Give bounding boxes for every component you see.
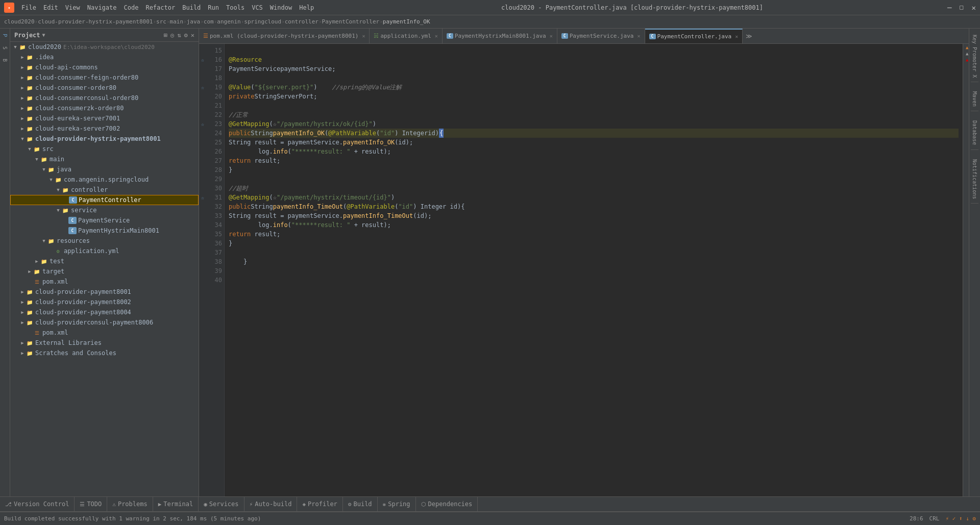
editor-tab[interactable]: CPaymentService.java✕ xyxy=(557,29,645,44)
bottom-tab[interactable]: ☰TODO xyxy=(75,496,107,512)
bottom-tab[interactable]: ◈Profiler xyxy=(297,496,342,512)
tree-item[interactable]: ▼📁java xyxy=(10,164,199,174)
menu-item-navigate[interactable]: Navigate xyxy=(84,3,120,12)
tree-item[interactable]: ▼📁com.angenin.springcloud xyxy=(10,174,199,185)
tree-arrow-icon[interactable]: ▶ xyxy=(19,106,26,111)
tree-item[interactable]: ▼📁service xyxy=(10,205,199,215)
menu-item-run[interactable]: Run xyxy=(205,3,222,12)
tree-arrow-icon[interactable]: ▼ xyxy=(55,208,61,213)
breadcrumb-item[interactable]: cloud2020 xyxy=(4,18,35,25)
tab-close-icon[interactable]: ✕ xyxy=(735,34,738,39)
locate-icon[interactable]: ◎ xyxy=(170,32,174,39)
bottom-tab[interactable]: ❋Spring xyxy=(378,496,416,512)
tree-arrow-icon[interactable]: ▶ xyxy=(19,75,26,80)
tree-item[interactable]: ▶📁cloud-consumerzk-order80 xyxy=(10,103,199,113)
tree-item[interactable]: ▶📁test xyxy=(10,256,199,266)
tree-arrow-icon[interactable]: ▶ xyxy=(19,310,26,315)
tree-item[interactable]: ▶📁cloud-provider-payment8002 xyxy=(10,297,199,307)
tree-item[interactable]: ▶📁cloud-api-commons xyxy=(10,62,199,72)
right-sidebar-item[interactable]: Maven xyxy=(971,87,978,111)
project-icon[interactable]: P xyxy=(1,31,9,40)
tree-item[interactable]: ▶📁.idea xyxy=(10,52,199,62)
tab-close-icon[interactable]: ✕ xyxy=(638,33,641,39)
tree-arrow-icon[interactable]: ▶ xyxy=(19,289,26,294)
bottom-tab[interactable]: ⬡Dependencies xyxy=(416,496,478,512)
breadcrumb-item[interactable]: com xyxy=(204,18,214,25)
right-sidebar-item[interactable]: Notifications xyxy=(971,155,978,204)
tree-arrow-icon[interactable]: ▼ xyxy=(41,167,47,172)
minimize-button[interactable]: ─ xyxy=(947,4,951,12)
bottom-tab[interactable]: ⚠Problems xyxy=(107,496,153,512)
tab-close-icon[interactable]: ✕ xyxy=(550,33,553,39)
breadcrumb-item[interactable]: src xyxy=(156,18,166,25)
tabs-more-button[interactable]: ≫ xyxy=(743,33,755,40)
bottom-tab[interactable]: ⎇Version Control xyxy=(0,496,75,512)
tree-item[interactable]: ▼📁cloud2020E:\idea-workspace\cloud2020 xyxy=(10,42,199,52)
tree-arrow-icon[interactable]: ▶ xyxy=(19,55,26,60)
menu-item-edit[interactable]: Edit xyxy=(40,3,61,12)
close-panel-icon[interactable]: ✕ xyxy=(191,32,194,39)
close-button[interactable]: ✕ xyxy=(972,4,976,12)
tree-item[interactable]: CPaymentController xyxy=(10,195,199,205)
right-sidebar-item[interactable]: Database xyxy=(971,116,978,149)
bottom-tab[interactable]: ⚡Auto-build xyxy=(244,496,298,512)
tree-item[interactable]: ☰pom.xml xyxy=(10,277,199,287)
breadcrumb-item[interactable]: cloud-provider-hystrix-payment8001 xyxy=(38,18,153,25)
tree-arrow-icon[interactable]: ▶ xyxy=(27,269,33,274)
tree-item[interactable]: ▶📁External Libraries xyxy=(10,338,199,348)
settings-icon[interactable]: ⚙ xyxy=(184,32,188,39)
menu-item-view[interactable]: View xyxy=(62,3,83,12)
menu-item-file[interactable]: File xyxy=(18,3,39,12)
tree-arrow-icon[interactable]: ▶ xyxy=(34,259,40,264)
breadcrumb-item[interactable]: angenin xyxy=(217,18,240,25)
tree-item[interactable]: ▶📁cloud-providerconsul-payment8006 xyxy=(10,317,199,328)
tree-item[interactable]: ▼📁cloud-provider-hystrix-payment8001 xyxy=(10,134,199,144)
tree-item[interactable]: ▶📁cloud-consumer-feign-order80 xyxy=(10,72,199,83)
tree-arrow-icon[interactable]: ▶ xyxy=(19,65,26,70)
tree-arrow-icon[interactable]: ▼ xyxy=(19,136,26,141)
menu-item-refactor[interactable]: Refactor xyxy=(142,3,178,12)
tree-item[interactable]: ▶📁cloud-eureka-server7002 xyxy=(10,123,199,134)
menu-item-tools[interactable]: Tools xyxy=(223,3,248,12)
breadcrumb-item[interactable]: springcloud xyxy=(244,18,281,25)
menu-item-vcs[interactable]: VCS xyxy=(249,3,266,12)
tab-close-icon[interactable]: ✕ xyxy=(362,33,365,39)
tree-arrow-icon[interactable]: ▶ xyxy=(19,320,26,325)
project-dropdown-icon[interactable]: ▼ xyxy=(42,32,45,38)
tab-close-icon[interactable]: ✕ xyxy=(435,33,438,39)
tree-arrow-icon[interactable]: ▶ xyxy=(19,85,26,90)
tree-item[interactable]: ☰pom.xml xyxy=(10,328,199,338)
bottom-tab[interactable]: ⚙Build xyxy=(343,496,378,512)
tree-item[interactable]: ▶📁cloud-consumer-order80 xyxy=(10,83,199,93)
tree-arrow-icon[interactable]: ▼ xyxy=(27,146,33,152)
bottom-tab[interactable]: ◉Services xyxy=(199,496,244,512)
structure-icon[interactable]: S xyxy=(1,43,9,53)
sort-icon[interactable]: ⇅ xyxy=(177,32,181,39)
tree-item[interactable]: ▶📁Scratches and Consoles xyxy=(10,348,199,358)
breadcrumb-item[interactable]: paymentInfo_OK xyxy=(383,18,430,25)
tree-item[interactable]: ▼📁main xyxy=(10,154,199,164)
menu-item-build[interactable]: Build xyxy=(179,3,204,12)
tree-arrow-icon[interactable]: ▼ xyxy=(48,177,54,182)
tree-item[interactable]: ▼📁controller xyxy=(10,185,199,195)
tree-arrow-icon[interactable]: ▼ xyxy=(41,238,47,243)
right-sidebar-item[interactable]: Key Promoter X xyxy=(971,31,978,82)
breadcrumb-item[interactable]: PaymentController xyxy=(322,18,380,25)
breadcrumb-item[interactable]: java xyxy=(187,18,201,25)
tree-item[interactable]: ⚙application.yml xyxy=(10,246,199,256)
tree-item[interactable]: ▶📁cloud-eureka-server7001 xyxy=(10,113,199,123)
tree-item[interactable]: ▶📁cloud-provider-payment8001 xyxy=(10,287,199,297)
tree-arrow-icon[interactable]: ▶ xyxy=(19,116,26,121)
editor-tab[interactable]: CPaymentHystrixMain8001.java✕ xyxy=(443,29,557,44)
tree-arrow-icon[interactable]: ▶ xyxy=(19,299,26,305)
tree-item[interactable]: CPaymentHystrixMain8001 xyxy=(10,226,199,236)
tree-arrow-icon[interactable]: ▶ xyxy=(19,126,26,131)
bottom-tab[interactable]: ▶Terminal xyxy=(153,496,199,512)
editor-tab[interactable]: ☵application.yml✕ xyxy=(370,29,442,44)
bookmarks-icon[interactable]: B xyxy=(1,56,9,65)
tree-arrow-icon[interactable]: ▼ xyxy=(55,187,61,192)
breadcrumb-item[interactable]: controller xyxy=(285,18,318,25)
editor-tab[interactable]: CPaymentController.java✕ xyxy=(645,29,743,44)
tree-item[interactable]: ▼📁src xyxy=(10,144,199,154)
tree-item[interactable]: CPaymentService xyxy=(10,215,199,226)
